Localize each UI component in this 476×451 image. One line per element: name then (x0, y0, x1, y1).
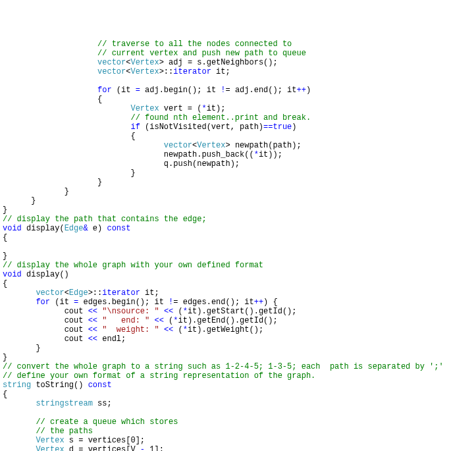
code-token-plain: it).getEnd().getId(); (178, 316, 277, 325)
code-token-comment: // display the whole graph with your own… (3, 261, 263, 270)
code-line: vector<Vertex>::iterator it; (3, 67, 473, 76)
code-token-keyword: * (183, 325, 188, 334)
code-line: cout << "\nsource: " << (*it).getStart()… (3, 307, 473, 316)
code-line: // convert the whole graph to a string s… (3, 362, 473, 371)
code-line: } (3, 344, 473, 353)
code-token-keyword: const (107, 224, 130, 233)
code-token-keyword: << (164, 325, 173, 334)
code-line (3, 76, 473, 86)
code-line: } (3, 205, 473, 215)
code-token-keyword: & (83, 224, 88, 233)
code-line: cout << " weight: " << (*it).getWeight()… (3, 325, 473, 334)
code-token-plain: q.push(newpath); (164, 159, 240, 169)
code-token-plain: s = vertices[0]; (65, 436, 145, 445)
code-line: stringstream ss; (3, 399, 473, 408)
code-token-plain (159, 325, 164, 334)
code-line: // display the whole graph with your own… (3, 261, 473, 270)
code-token-plain: } (3, 205, 7, 215)
code-token-type: Vertex (130, 104, 159, 113)
code-token-keyword: ++ (254, 298, 263, 307)
code-token-plain: d = vertices[V (65, 445, 140, 451)
code-token-type: Edge (65, 224, 84, 233)
code-line: vector<Vertex> adj = s.getNeighbors(); (3, 58, 473, 67)
code-token-comment: // current vertex and push new path to q… (97, 49, 306, 58)
code-token-keyword: << (88, 334, 97, 344)
code-token-plain: > adj = s.getNeighbors(); (159, 58, 278, 67)
code-token-plain: e) (88, 224, 107, 233)
code-line (3, 242, 473, 252)
code-token-keyword: == (263, 122, 273, 132)
code-token-plain: cout (65, 316, 88, 325)
code-line: // create a queue which stores (3, 417, 473, 427)
code-token-plain: ) (292, 122, 296, 132)
code-line: } (3, 178, 473, 187)
code-token-type: stringstream (36, 399, 92, 408)
code-token-plain: { (3, 279, 7, 288)
code-token-type: Vertex (130, 58, 159, 67)
code-token-keyword: iterator (102, 288, 140, 298)
code-token-plain: } (31, 196, 36, 205)
code-line: void display(Edge& e) const (3, 224, 473, 233)
code-token-type: Vertex (197, 141, 225, 150)
code-token-keyword: = (136, 86, 140, 95)
code-token-keyword: for (36, 298, 50, 307)
code-token-keyword: - (140, 445, 145, 451)
code-token-keyword: void (3, 270, 22, 279)
code-token-string: " end: " (102, 316, 149, 325)
code-line: Vertex d = vertices[V - 1]; (3, 445, 473, 451)
code-line: // found nth element..print and break. (3, 113, 473, 122)
code-token-plain: } (3, 252, 7, 261)
code-token-plain: { (3, 390, 7, 399)
code-line (3, 408, 473, 417)
code-line: Vertex vert = (*it); (3, 104, 473, 113)
code-token-comment: // traverse to all the nodes connected t… (97, 40, 292, 49)
code-token-plain: (it (50, 298, 74, 307)
code-token-string: " weight: " (102, 325, 159, 334)
code-line: } (3, 169, 473, 178)
code-token-plain: vert = ( (159, 104, 202, 113)
code-line: Vertex s = vertices[0]; (3, 436, 473, 445)
code-line: void display() (3, 270, 473, 279)
code-line: if (isNotVisited(vert, path)==true) (3, 122, 473, 132)
code-token-plain: it; (140, 288, 159, 298)
code-token-plain: it); (207, 104, 226, 113)
code-token-plain: ) { (263, 298, 278, 307)
code-token-keyword: ++ (297, 86, 306, 95)
code-token-type: string (3, 381, 31, 390)
code-line: string toString() const (3, 381, 473, 390)
code-line: vector<Vertex> newpath(path); (3, 141, 473, 150)
code-token-type: Vertex (36, 436, 64, 445)
code-token-plain: ( (164, 316, 173, 325)
code-token-plain: it).getStart().getId(); (188, 307, 297, 316)
code-token-plain: { (97, 95, 102, 104)
code-line: // the paths (3, 427, 473, 436)
code-line: { (3, 233, 473, 242)
code-line: } (3, 187, 473, 196)
code-token-plain: { (3, 233, 7, 242)
code-token-keyword: const (88, 381, 112, 390)
code-token-plain: { (130, 132, 135, 141)
code-token-comment: // define your own format of a string re… (3, 371, 315, 381)
code-block: // traverse to all the nodes connected t… (3, 40, 473, 451)
code-token-plain: adj.begin(); it (140, 86, 221, 95)
code-line: for (it = edges.begin(); it != edges.end… (3, 298, 473, 307)
code-token-plain: display() (22, 270, 69, 279)
code-token-type: Vertex (130, 67, 159, 76)
code-token-keyword: true (273, 122, 292, 132)
code-token-comment: // convert the whole graph to a string s… (3, 362, 444, 371)
code-token-plain: > newpath(path); (225, 141, 301, 150)
code-line: cout << endl; (3, 334, 473, 344)
code-token-plain: ss; (93, 399, 112, 408)
code-token-plain: (it (112, 86, 136, 95)
code-token-plain: ) (306, 86, 311, 95)
code-token-plain: } (36, 344, 40, 353)
code-token-plain: < (65, 288, 69, 298)
code-token-type: vector (97, 58, 126, 67)
code-token-plain: cout (65, 325, 88, 334)
code-token-keyword: << (154, 316, 163, 325)
code-token-plain: display( (22, 224, 65, 233)
code-token-keyword: << (88, 325, 97, 334)
code-token-plain: endl; (97, 334, 126, 344)
code-line: // display the path that contains the ed… (3, 215, 473, 224)
code-token-plain: } (3, 353, 7, 362)
